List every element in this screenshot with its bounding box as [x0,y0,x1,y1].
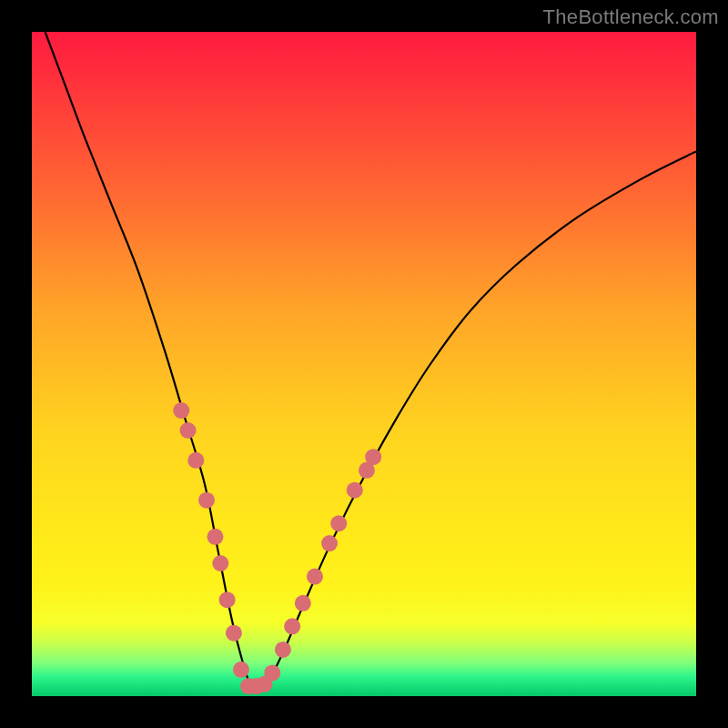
marker-dot [365,449,381,465]
marker-dot [226,625,242,642]
marker-dot [284,618,300,634]
marker-dot [180,422,197,439]
marker-dot [264,664,280,681]
marker-dot [233,662,249,678]
marker-dot [187,452,204,469]
marker-dot [295,595,311,612]
marker-dot [212,555,228,571]
marker-dot [330,515,347,531]
marker-dot [198,492,215,509]
bottleneck-curve [46,32,696,689]
marker-dot [207,529,223,545]
chart-frame: TheBottleneck.com [0,0,728,728]
marker-dot [275,642,291,658]
plot-area [32,32,696,696]
marker-dot [219,592,236,608]
marker-dot [321,535,338,551]
marker-dot [347,482,363,499]
watermark-text: TheBottleneck.com [543,5,719,29]
curve-markers [173,402,381,694]
marker-dot [307,569,323,585]
curve-svg [32,32,696,696]
marker-dot [173,402,189,419]
